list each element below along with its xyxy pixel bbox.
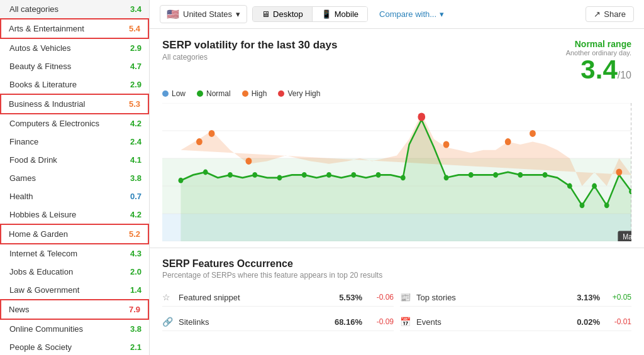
sidebar-item-label: Computers & Electronics — [9, 119, 99, 128]
svg-point-29 — [592, 183, 597, 189]
sidebar-item-label: Hobbies & Leisure — [9, 210, 76, 219]
sidebar-item-score: 0.7 — [130, 192, 142, 201]
sidebar-item-14[interactable]: Jobs & Education 2.0 — [0, 263, 149, 281]
sidebar-item-label: People & Society — [9, 342, 72, 352]
sidebar-item-7[interactable]: Finance 2.4 — [0, 133, 149, 151]
sidebar-item-16[interactable]: News 7.9 — [0, 299, 149, 320]
feature-icon: ☆ — [162, 292, 174, 302]
svg-point-14 — [228, 172, 233, 178]
sidebar-item-9[interactable]: Games 3.8 — [0, 169, 149, 187]
feature-name: Events — [416, 317, 560, 327]
feature-name: Top stories — [416, 293, 560, 302]
sidebar-item-5[interactable]: Business & Industrial 5.3 — [0, 94, 149, 114]
sidebar-item-4[interactable]: Books & Literature 2.9 — [0, 75, 149, 94]
sidebar-item-label: Jobs & Education — [9, 267, 73, 276]
mobile-tab[interactable]: 📱 Mobile — [312, 7, 367, 21]
legend-label: High — [252, 89, 267, 98]
sidebar-item-2[interactable]: Autos & Vehicles 2.9 — [0, 39, 149, 57]
sidebar-item-6[interactable]: Computers & Electronics 4.2 — [0, 114, 149, 133]
sidebar-item-label: Games — [9, 173, 36, 183]
country-selector[interactable]: 🇺🇸 United States ▾ — [160, 5, 247, 23]
feature-change: +0.05 — [605, 293, 631, 302]
share-icon: ↗ — [594, 9, 601, 19]
compare-button[interactable]: Compare with... ▾ — [373, 7, 450, 21]
desktop-icon: 🖥 — [262, 9, 270, 19]
svg-point-35 — [443, 141, 450, 148]
device-tabs: 🖥 Desktop 📱 Mobile — [252, 6, 368, 22]
sidebar-item-score: 7.9 — [129, 305, 140, 314]
sidebar-item-11[interactable]: Hobbies & Leisure 4.2 — [0, 205, 149, 224]
legend-dot — [242, 90, 248, 97]
svg-point-19 — [351, 172, 356, 178]
features-section: SERP Features Occurrence Percentage of S… — [150, 248, 644, 341]
legend-dot — [197, 90, 203, 97]
feature-row: 📰 Top stories 3.13% +0.05 — [400, 288, 631, 307]
sidebar-item-score: 1.4 — [130, 285, 142, 295]
svg-point-12 — [179, 178, 184, 183]
sidebar-item-score: 4.1 — [130, 155, 142, 165]
country-label: United States — [183, 9, 232, 19]
sidebar-item-score: 3.8 — [130, 173, 142, 183]
sidebar-item-score: 5.4 — [129, 24, 140, 33]
sidebar-item-13[interactable]: Internet & Telecom 4.3 — [0, 244, 149, 263]
feature-change: -0.09 — [367, 317, 394, 326]
sidebar-item-label: Internet & Telecom — [9, 249, 77, 258]
sidebar-item-score: 2.0 — [130, 267, 142, 276]
svg-point-39 — [418, 112, 425, 121]
legend-label: Low — [172, 89, 186, 98]
sidebar: All categories 3.4 Arts & Entertainment … — [0, 0, 150, 355]
sidebar-item-12[interactable]: Home & Garden 5.2 — [0, 224, 149, 244]
feature-icon: 🔗 — [162, 317, 174, 327]
features-grid: ☆ Featured snippet 5.53% -0.06 📰 Top sto… — [162, 288, 631, 331]
svg-point-37 — [530, 130, 536, 137]
main-content: 🇺🇸 United States ▾ 🖥 Desktop 📱 Mobile Co… — [150, 0, 644, 355]
sidebar-item-score: 4.2 — [130, 119, 142, 128]
legend-label: Normal — [206, 89, 231, 98]
svg-point-17 — [302, 172, 307, 178]
feature-name: Featured snippet — [179, 293, 323, 302]
sidebar-item-label: Autos & Vehicles — [9, 43, 71, 53]
feature-change: -0.06 — [367, 293, 394, 302]
legend-item-low: Low — [162, 89, 186, 98]
share-button[interactable]: ↗ Share — [586, 6, 634, 22]
chart-area[interactable]: 10 5 2 0 — [162, 103, 631, 241]
svg-point-22 — [444, 175, 449, 180]
svg-point-33 — [209, 130, 215, 137]
feature-icon: 📅 — [400, 317, 411, 327]
sidebar-item-17[interactable]: Online Communities 3.8 — [0, 320, 149, 338]
svg-point-20 — [376, 172, 381, 178]
sidebar-item-score: 2.4 — [130, 137, 142, 146]
sidebar-item-1[interactable]: Arts & Entertainment 5.4 — [0, 18, 149, 39]
sidebar-item-label: Law & Government — [9, 285, 79, 295]
sidebar-item-score: 4.2 — [130, 210, 142, 219]
features-subtitle: Percentage of SERPs where this feature a… — [162, 271, 631, 280]
chevron-down-icon: ▾ — [440, 9, 444, 19]
chart-title: SERP volatility for the last 30 days — [162, 39, 337, 52]
sidebar-item-score: 4.7 — [130, 62, 142, 71]
svg-point-24 — [493, 172, 498, 178]
svg-point-38 — [616, 169, 622, 176]
sidebar-item-3[interactable]: Beauty & Fitness 4.7 — [0, 57, 149, 75]
sidebar-item-8[interactable]: Food & Drink 4.1 — [0, 151, 149, 169]
sidebar-item-score: 2.9 — [130, 80, 142, 89]
svg-point-18 — [326, 172, 331, 178]
legend-dot — [278, 90, 284, 97]
sidebar-item-label: Health — [9, 192, 33, 201]
sidebar-item-label: Home & Garden — [9, 229, 68, 239]
desktop-tab[interactable]: 🖥 Desktop — [253, 7, 312, 21]
sidebar-item-0[interactable]: All categories 3.4 — [0, 0, 149, 18]
chart-section: SERP volatility for the last 30 days All… — [150, 29, 644, 248]
sidebar-item-label: Finance — [9, 137, 38, 146]
sidebar-item-label: Arts & Entertainment — [9, 24, 84, 33]
sidebar-item-label: Food & Drink — [9, 155, 57, 165]
chart-subtitle: All categories — [162, 53, 337, 62]
sidebar-item-15[interactable]: Law & Government 1.4 — [0, 281, 149, 299]
legend-item-very-high: Very High — [278, 89, 320, 98]
feature-row: ☆ Featured snippet 5.53% -0.06 — [162, 288, 394, 307]
svg-point-16 — [277, 175, 282, 180]
sidebar-item-10[interactable]: Health 0.7 — [0, 187, 149, 205]
sidebar-item-18[interactable]: People & Society 2.1 — [0, 338, 149, 355]
normal-range: Normal range Another ordinary day. 3.4/1… — [566, 39, 631, 83]
feature-pct: 68.16% — [328, 317, 362, 327]
features-title: SERP Features Occurrence — [162, 258, 631, 270]
